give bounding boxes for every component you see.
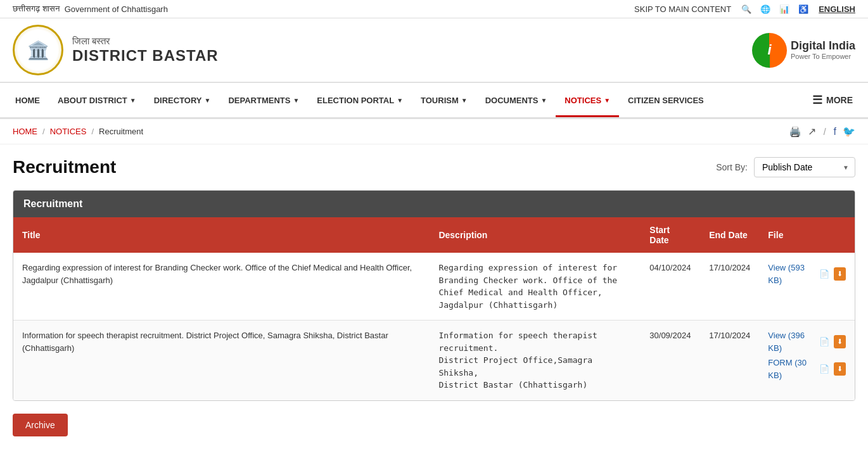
row2-files: View (396 KB) 📄 ⬇ FORM (30 KB) 📄 ⬇ xyxy=(759,321,855,400)
page-content: Recruitment Sort By: Publish Date Start … xyxy=(0,144,868,449)
accessibility-icon[interactable]: 🌐 xyxy=(760,4,770,14)
share-icon[interactable]: ↗ xyxy=(808,125,816,137)
nav-citizen[interactable]: CITIZEN SERVICES xyxy=(619,86,713,117)
nav-departments[interactable]: DEPARTMENTS ▼ xyxy=(219,86,308,117)
di-text-block: Digital India Power To Empower xyxy=(791,40,855,60)
nav-about[interactable]: ABOUT DISTRICT ▼ xyxy=(49,86,145,117)
row2-end-date: 17/10/2024 xyxy=(700,321,759,400)
di-brand: Digital India xyxy=(791,40,855,53)
share-icons: 🖨️ ↗ / f 🐦 xyxy=(789,125,855,137)
row1-view-link[interactable]: View (593 KB) xyxy=(768,262,817,286)
chevron-down-icon: ▼ xyxy=(604,97,610,104)
row1-end-date: 17/10/2024 xyxy=(700,253,759,321)
col-description: Description xyxy=(430,217,641,253)
more-label: MORE xyxy=(826,95,853,105)
row1-title: Regarding expression of interest for Bra… xyxy=(13,253,430,321)
nav-documents[interactable]: DOCUMENTS ▼ xyxy=(476,86,556,117)
chevron-down-icon: ▼ xyxy=(130,97,136,104)
header-title: जिला बस्तर DISTRICT BASTAR xyxy=(72,35,219,65)
sort-select[interactable]: Publish Date Start Date End Date Title xyxy=(754,157,855,177)
row2-view-link[interactable]: View (396 KB) xyxy=(768,329,817,354)
chevron-down-icon: ▼ xyxy=(540,97,547,104)
logo-emblem: 🏛️ xyxy=(27,40,49,61)
chevron-down-icon: ▼ xyxy=(293,97,299,104)
nav-home[interactable]: HOME xyxy=(6,86,49,117)
chevron-down-icon: ▼ xyxy=(461,97,468,104)
skip-link[interactable]: SKIP TO MAIN CONTENT xyxy=(634,4,731,14)
table-header-row: Title Description Start Date End Date Fi… xyxy=(13,217,855,253)
sort-by: Sort By: Publish Date Start Date End Dat… xyxy=(716,157,855,177)
district-english: DISTRICT BASTAR xyxy=(72,47,219,65)
sitemap-icon[interactable]: 📊 xyxy=(779,4,789,14)
file-row-2: FORM (30 KB) 📄 ⬇ xyxy=(768,357,846,381)
main-nav: HOME ABOUT DISTRICT ▼ DIRECTORY ▼ DEPART… xyxy=(0,83,868,119)
col-title: Title xyxy=(13,217,430,253)
col-file: File xyxy=(759,217,855,253)
di-circle: i xyxy=(752,33,787,68)
row2-start-date: 30/09/2024 xyxy=(641,321,700,400)
archive-button[interactable]: Archive xyxy=(13,414,68,436)
breadcrumb-bar: HOME / NOTICES / Recruitment 🖨️ ↗ / f 🐦 xyxy=(0,119,868,144)
district-hindi: जिला बस्तर xyxy=(72,35,219,47)
language-button[interactable]: ENGLISH xyxy=(819,4,855,14)
top-bar-left: छत्तीसगढ़ शासन Government of Chhattisgar… xyxy=(13,4,168,14)
breadcrumb-sep2: / xyxy=(91,127,94,136)
row2-title: Information for speech therapist recruit… xyxy=(13,321,430,400)
header: 🏛️ जिला बस्तर DISTRICT BASTAR i Digital … xyxy=(0,18,868,83)
sort-label: Sort By: xyxy=(716,162,748,172)
disability-icon[interactable]: ♿ xyxy=(798,4,808,14)
row2-description: Information for speech therapist recruit… xyxy=(430,321,641,400)
pdf-icon: 📄 xyxy=(819,363,829,376)
search-icon[interactable]: 🔍 xyxy=(741,4,751,14)
row2-form-link[interactable]: FORM (30 KB) xyxy=(768,357,817,381)
breadcrumb-notices[interactable]: NOTICES xyxy=(50,127,87,136)
top-bar-right: SKIP TO MAIN CONTENT 🔍 🌐 📊 ♿ ENGLISH xyxy=(634,4,855,14)
table-row: Information for speech therapist recruit… xyxy=(13,321,855,400)
govt-english: Government of Chhattisgarh xyxy=(65,4,168,14)
pdf-icon: 📄 xyxy=(819,268,829,281)
digital-india-logo: i Digital India Power To Empower xyxy=(752,33,855,68)
row1-description: Regarding expression of interest for Bra… xyxy=(430,253,641,321)
di-sub: Power To Empower xyxy=(791,53,855,60)
pdf-icon: 📄 xyxy=(819,336,829,348)
file-row-1: View (396 KB) 📄 ⬇ xyxy=(768,329,846,354)
share-sep: / xyxy=(824,127,826,137)
govt-hindi: छत्तीसगढ़ शासन xyxy=(13,4,60,14)
facebook-icon[interactable]: f xyxy=(834,126,836,137)
sort-select-wrapper: Publish Date Start Date End Date Title xyxy=(754,157,855,177)
download-icon[interactable]: ⬇ xyxy=(834,267,846,281)
recruitment-table: Title Description Start Date End Date Fi… xyxy=(13,217,855,400)
page-title: Recruitment xyxy=(13,157,116,177)
chevron-down-icon: ▼ xyxy=(397,97,403,104)
print-icon[interactable]: 🖨️ xyxy=(789,125,801,137)
row1-start-date: 04/10/2024 xyxy=(641,253,700,321)
breadcrumb-home[interactable]: HOME xyxy=(13,127,37,136)
logo: 🏛️ xyxy=(13,25,63,75)
recruitment-table-section: Recruitment Title Description Start Date… xyxy=(13,190,855,401)
nav-more[interactable]: ☰ MORE xyxy=(803,83,862,117)
download-icon[interactable]: ⬇ xyxy=(834,362,846,376)
header-left: 🏛️ जिला बस्तर DISTRICT BASTAR xyxy=(13,25,219,75)
table-section-title: Recruitment xyxy=(13,191,855,217)
col-start-date: Start Date xyxy=(641,217,700,253)
row1-files: View (593 KB) 📄 ⬇ xyxy=(759,253,855,321)
col-end-date: End Date xyxy=(700,217,759,253)
top-bar-icons: 🔍 🌐 📊 ♿ xyxy=(741,4,808,14)
file-row: View (593 KB) 📄 ⬇ xyxy=(768,262,846,286)
nav-tourism[interactable]: TOURISM ▼ xyxy=(412,86,476,117)
table-row: Regarding expression of interest for Bra… xyxy=(13,253,855,321)
page-header: Recruitment Sort By: Publish Date Start … xyxy=(13,157,855,177)
breadcrumb: HOME / NOTICES / Recruitment xyxy=(13,127,143,136)
breadcrumb-sep1: / xyxy=(42,127,45,136)
breadcrumb-current: Recruitment xyxy=(99,127,143,136)
hamburger-icon: ☰ xyxy=(812,93,822,107)
nav-directory[interactable]: DIRECTORY ▼ xyxy=(145,86,220,117)
nav-election[interactable]: ELECTION PORTAL ▼ xyxy=(308,86,412,117)
top-bar: छत्तीसगढ़ शासन Government of Chhattisgar… xyxy=(0,0,868,18)
chevron-down-icon: ▼ xyxy=(205,97,211,104)
nav-notices[interactable]: NOTICES ▼ xyxy=(556,86,619,117)
twitter-icon[interactable]: 🐦 xyxy=(843,125,855,137)
download-icon[interactable]: ⬇ xyxy=(834,335,846,348)
